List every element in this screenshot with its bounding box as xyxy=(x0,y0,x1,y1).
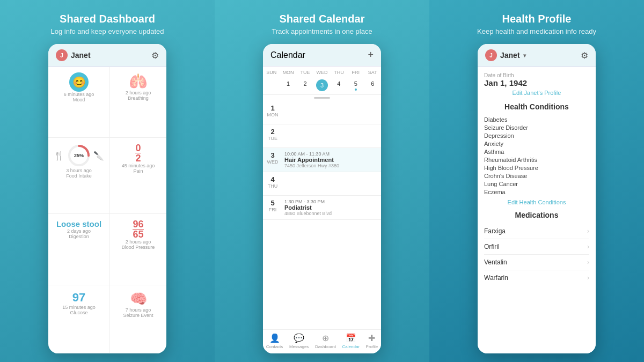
med-ventalin[interactable]: Ventalin › xyxy=(484,255,589,270)
bp-label: Blood Pressure xyxy=(122,245,155,250)
nav-messages[interactable]: 💬 Messages xyxy=(289,333,309,349)
food-progress: 25% xyxy=(67,143,91,168)
condition-depression: Depression xyxy=(484,131,589,139)
med-orfiril[interactable]: Orfiril › xyxy=(484,239,589,255)
pain-cell[interactable]: 0 2 45 minutes ago Pain xyxy=(110,138,166,214)
bp-cell[interactable]: 96 65 2 hours ago Blood Pressure xyxy=(110,214,166,285)
dashboard-header: J Janet ⚙ xyxy=(48,44,166,67)
cal-day-num-3: 3 xyxy=(265,151,280,159)
shared-calendar-panel: Shared Calendar Track appointments in on… xyxy=(215,0,429,362)
cal-row-4-content xyxy=(282,172,381,195)
cal-date-3[interactable]: 3 xyxy=(316,79,328,91)
mood-icon: 😊 xyxy=(69,72,89,92)
contacts-icon: 👤 xyxy=(269,333,280,343)
dob-label: Date of Birth xyxy=(484,72,589,78)
digestion-cell[interactable]: Loose stool 2 days ago Digestion xyxy=(48,214,110,285)
pain-numerator: 0 xyxy=(135,143,141,153)
weekday-sat: SAT xyxy=(364,69,381,76)
nav-calendar-label: Calendar xyxy=(342,344,360,349)
condition-seizure: Seizure Disorder xyxy=(484,123,589,131)
gear-icon[interactable]: ⚙ xyxy=(151,50,159,61)
calendar-weekdays: SUN MON TUE WED THU FRI SAT xyxy=(263,67,381,78)
pain-time: 45 minutes ago xyxy=(122,163,155,168)
event-1-location: 7450 Jefferson Hwy #380 xyxy=(284,163,379,168)
edit-profile-link[interactable]: Edit Janet's Profile xyxy=(484,90,589,96)
condition-ra: Rheumatoid Arthritis xyxy=(484,156,589,164)
dashboard-icon: ⊕ xyxy=(322,333,329,343)
health-avatar: J xyxy=(485,49,497,61)
digestion-value: Loose stool xyxy=(56,219,101,228)
calendar-header: Calendar + xyxy=(263,44,381,67)
edit-conditions-link[interactable]: Edit Health Conditions xyxy=(484,199,589,205)
glucose-value: 97 xyxy=(72,291,85,305)
med-warfarin[interactable]: Warfarin › xyxy=(484,270,589,285)
knife-icon: 🔪 xyxy=(93,151,104,161)
cal-day-weekday-4: THU xyxy=(265,183,280,189)
mood-cell[interactable]: 😊 6 minutes ago Mood xyxy=(48,67,110,138)
nav-contacts[interactable]: 👤 Contacts xyxy=(266,333,283,349)
shared-dashboard-panel: Shared Dashboard Log info and keep every… xyxy=(0,0,215,362)
seizure-label: Seizure Event xyxy=(123,313,153,318)
health-gear-icon[interactable]: ⚙ xyxy=(581,50,588,61)
breathing-icon: 🫁 xyxy=(129,72,148,90)
condition-diabetes: Diabetes xyxy=(484,115,589,123)
cal-day-num-1: 1 xyxy=(265,104,280,112)
glucose-time: 15 minutes ago xyxy=(62,305,96,310)
condition-eczema: Eczema xyxy=(484,188,589,196)
glucose-cell[interactable]: 97 15 minutes ago Glucose xyxy=(48,285,110,353)
cal-date-6[interactable]: 6 xyxy=(364,79,381,91)
mood-label: Mood xyxy=(73,97,85,102)
pain-label: Pain xyxy=(133,168,143,174)
condition-hbp: High Blood Pressure xyxy=(484,164,589,172)
seizure-cell[interactable]: 🧠 7 hours ago Seizure Event xyxy=(110,285,166,353)
nav-calendar[interactable]: 📅 Calendar xyxy=(342,333,360,349)
health-profile-panel: Health Profile Keep health and medicatio… xyxy=(429,0,644,362)
cal-row-5[interactable]: 5 FRI 1:30 PM - 3:30 PM Podiatrist 4860 … xyxy=(263,196,381,220)
cal-day-num-2: 2 xyxy=(265,128,280,136)
cal-date-2[interactable]: 2 xyxy=(297,79,313,91)
breathing-cell[interactable]: 🫁 2 hours ago Breathing xyxy=(110,67,166,138)
dashboard-phone: J Janet ⚙ 😊 6 minutes ago Mood 🫁 2 hours… xyxy=(48,44,166,353)
event-2-time: 1:30 PM - 3:30 PM xyxy=(284,199,379,204)
calendar-phone: Calendar + SUN MON TUE WED THU FRI SAT 1… xyxy=(263,44,381,353)
cal-row-3[interactable]: 3 WED 10:00 AM - 11:30 AM Hair Appointme… xyxy=(263,148,381,172)
cal-date-4[interactable]: 4 xyxy=(331,79,347,91)
nav-messages-label: Messages xyxy=(289,344,309,349)
health-phone: J Janet ▾ ⚙ Date of Birth Jan 1, 1942 Ed… xyxy=(478,44,596,353)
cal-row-2: 2 TUE xyxy=(263,124,381,148)
calendar-body: 1 MON 2 TUE 3 WED 10:00 AM - 11:30 AM xyxy=(263,101,381,329)
add-event-button[interactable]: + xyxy=(368,49,374,61)
med-farxiga-name: Farxiga xyxy=(484,227,506,235)
glucose-label: Glucose xyxy=(70,310,87,315)
nav-profile[interactable]: ✚ Profile xyxy=(366,333,378,349)
profile-icon: ✚ xyxy=(368,333,375,343)
seizure-time: 7 hours ago xyxy=(126,307,151,313)
cal-date-5[interactable]: 5 xyxy=(347,79,364,91)
bottom-nav: 👤 Contacts 💬 Messages ⊕ Dashboard 📅 Cale… xyxy=(263,329,381,353)
messages-icon: 💬 xyxy=(294,333,304,343)
food-cell[interactable]: 🍴 25% 🔪 3 hours ago Food Intake xyxy=(48,138,110,214)
med-farxiga[interactable]: Farxiga › xyxy=(484,224,589,239)
cal-day-num-5: 5 xyxy=(265,199,280,207)
breathing-time: 2 hours ago xyxy=(126,90,151,95)
event-1-title: Hair Appointment xyxy=(284,157,379,163)
breathing-label: Breathing xyxy=(128,95,149,101)
digestion-label: Digestion xyxy=(69,234,89,239)
weekday-sun: SUN xyxy=(263,69,280,76)
username: Janet xyxy=(71,51,91,60)
orfiril-chevron: › xyxy=(587,243,589,250)
warfarin-chevron: › xyxy=(587,274,589,282)
cal-empty xyxy=(263,79,280,91)
cal-day-weekday-3: WED xyxy=(265,159,280,165)
cal-row-5-date: 5 FRI xyxy=(263,196,282,219)
weekday-wed: WED xyxy=(313,69,330,76)
nav-dashboard[interactable]: ⊕ Dashboard xyxy=(315,333,336,349)
calendar-icon: 📅 xyxy=(346,333,356,343)
cal-row-3-date: 3 WED xyxy=(263,148,282,172)
cal-date-1[interactable]: 1 xyxy=(280,79,296,91)
weekday-thu: THU xyxy=(331,69,347,76)
event-1-time: 10:00 AM - 11:30 AM xyxy=(284,151,379,157)
nav-profile-label: Profile xyxy=(366,344,378,349)
conditions-title: Health Conditions xyxy=(484,102,589,111)
health-username: Janet xyxy=(500,51,520,60)
